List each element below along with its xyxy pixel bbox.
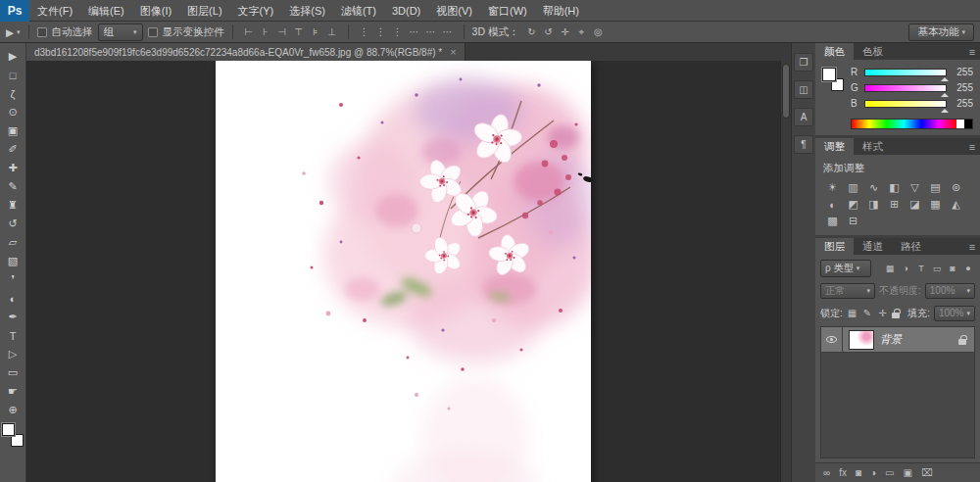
distribute-hcenter-icon[interactable]: ⋯ — [423, 24, 439, 40]
menu-window[interactable]: 窗口(W) — [480, 0, 535, 22]
current-tool-icon[interactable]: ▶ ▾ — [6, 26, 21, 38]
add-mask-icon[interactable]: ◙ — [856, 467, 861, 478]
lock-all-icon[interactable] — [892, 313, 900, 318]
dodge-tool[interactable]: ◐ — [2, 289, 24, 308]
tab-styles[interactable]: 样式 — [854, 138, 892, 155]
character-panel-icon[interactable]: A — [794, 108, 813, 126]
menu-select[interactable]: 选择(S) — [281, 0, 333, 22]
filter-type-icon[interactable]: T — [914, 262, 928, 275]
new-layer-icon[interactable]: ▣ — [903, 467, 911, 478]
align-bottom-icon[interactable]: ⊥ — [324, 24, 340, 40]
marquee-tool[interactable]: □ — [2, 66, 24, 84]
canvas-area[interactable] — [26, 61, 791, 482]
visibility-toggle[interactable] — [821, 327, 843, 352]
distribute-top-icon[interactable]: ⋮ — [357, 24, 372, 40]
invert-icon[interactable]: ◪ — [905, 196, 925, 213]
panel-menu-icon[interactable]: ≡ — [964, 43, 980, 60]
distribute-right-icon[interactable]: ⋯ — [440, 24, 456, 40]
crop-tool[interactable]: ▣ — [2, 121, 24, 140]
threshold-icon[interactable]: ◭ — [946, 196, 966, 213]
hue-saturation-icon[interactable]: ▤ — [925, 179, 946, 196]
eyedropper-tool[interactable]: ✐ — [2, 140, 24, 159]
vibrance-icon[interactable]: ▽ — [905, 179, 925, 196]
delete-layer-icon[interactable]: ⌧ — [921, 467, 933, 478]
blur-tool[interactable]: ❜ — [2, 270, 24, 289]
black-white-icon[interactable]: ◐ — [822, 196, 843, 213]
layer-style-fx-icon[interactable]: fx — [839, 467, 847, 478]
tab-color[interactable]: 颜色 — [815, 43, 854, 60]
channel-mixer-icon[interactable]: ◨ — [863, 196, 884, 213]
selective-color-icon[interactable]: ⊟ — [843, 213, 863, 229]
blend-mode-select[interactable]: 正常 ▾ — [820, 283, 875, 299]
fill-select[interactable]: 100% ▾ — [934, 306, 975, 321]
quick-selection-tool[interactable]: ⊙ — [2, 103, 24, 121]
menu-filter[interactable]: 滤镜(T) — [333, 0, 384, 22]
3d-scale-icon[interactable]: ◎ — [590, 24, 606, 40]
tab-swatches[interactable]: 色板 — [854, 43, 892, 60]
layer-name[interactable]: 背景 — [880, 332, 958, 347]
filter-smart-object-icon[interactable]: ◙ — [946, 262, 959, 275]
menu-3d[interactable]: 3D(D) — [384, 0, 428, 22]
history-brush-tool[interactable]: ↺ — [2, 215, 24, 233]
red-value[interactable]: 255 — [952, 67, 973, 77]
hand-tool[interactable]: ☛ — [2, 382, 24, 401]
align-top-icon[interactable]: ⊤ — [291, 24, 307, 40]
curves-icon[interactable]: ∿ — [863, 179, 884, 196]
properties-panel-icon[interactable]: ◫ — [794, 80, 813, 99]
align-hcenter-icon[interactable]: ⊦ — [258, 24, 273, 40]
brush-tool[interactable]: ✎ — [2, 177, 24, 196]
blue-slider[interactable] — [864, 100, 947, 108]
paragraph-panel-icon[interactable]: ¶ — [794, 135, 813, 154]
distribute-left-icon[interactable]: ⋯ — [407, 24, 422, 40]
levels-icon[interactable]: ▥ — [843, 179, 863, 196]
new-adjustment-layer-icon[interactable]: ◑ — [870, 467, 876, 478]
tab-layers[interactable]: 图层 — [815, 238, 854, 255]
lock-pixels-icon[interactable]: ✎ — [861, 306, 872, 321]
layer-filter-type-select[interactable]: ρ 类型 ▾ — [820, 260, 871, 277]
menu-layer[interactable]: 图层(L) — [179, 0, 229, 22]
menu-type[interactable]: 文字(Y) — [230, 0, 282, 22]
clone-stamp-tool[interactable]: ♜ — [2, 196, 24, 215]
green-slider[interactable] — [864, 84, 947, 92]
align-vcenter-icon[interactable]: ⊧ — [308, 24, 323, 40]
menu-edit[interactable]: 编辑(E) — [80, 0, 132, 22]
red-slider[interactable] — [864, 69, 947, 76]
distribute-bottom-icon[interactable]: ⋮ — [390, 24, 406, 40]
photo-filter-icon[interactable]: ◩ — [843, 196, 863, 213]
tab-paths[interactable]: 路径 — [892, 238, 930, 255]
pen-tool[interactable]: ✒ — [2, 308, 24, 326]
gradient-map-icon[interactable]: ▩ — [822, 213, 843, 229]
distribute-vcenter-icon[interactable]: ⋮ — [373, 24, 389, 40]
exposure-icon[interactable]: ◧ — [884, 179, 905, 196]
panel-menu-icon[interactable]: ≡ — [964, 238, 980, 255]
close-icon[interactable]: × — [450, 46, 456, 58]
color-lookup-icon[interactable]: ⊞ — [884, 196, 905, 213]
blue-value[interactable]: 255 — [952, 98, 973, 109]
foreground-color-swatch[interactable] — [822, 68, 836, 81]
gradient-tool[interactable]: ▧ — [2, 252, 24, 270]
tab-channels[interactable]: 通道 — [854, 238, 892, 255]
filter-adjustment-icon[interactable]: ◑ — [899, 262, 912, 275]
color-spectrum-ramp[interactable] — [851, 119, 973, 129]
vertical-scrollbar[interactable] — [780, 61, 791, 482]
filter-toggle-icon[interactable]: ● — [961, 262, 975, 275]
group-select[interactable]: 组 ▾ — [98, 24, 143, 41]
brightness-contrast-icon[interactable]: ☀ — [822, 179, 843, 196]
lock-transparency-icon[interactable]: ▦ — [847, 306, 858, 321]
document-canvas[interactable] — [216, 61, 591, 482]
type-tool[interactable]: T — [2, 326, 24, 345]
3d-roll-icon[interactable]: ↺ — [540, 24, 556, 40]
show-transform-checkbox[interactable] — [148, 27, 158, 37]
menu-file[interactable]: 文件(F) — [29, 0, 80, 22]
eraser-tool[interactable]: ▱ — [2, 233, 24, 252]
align-right-icon[interactable]: ⊣ — [274, 24, 290, 40]
filter-pixel-icon[interactable]: ▦ — [883, 262, 897, 275]
menu-view[interactable]: 视图(V) — [428, 0, 480, 22]
document-tab[interactable]: d3bd161208f5e909f19fc6e3d99d6526c72234a8… — [26, 43, 466, 61]
zoom-tool[interactable]: ⊕ — [2, 401, 24, 419]
opacity-select[interactable]: 100% ▾ — [925, 283, 975, 299]
foreground-color-swatch[interactable] — [2, 423, 15, 436]
align-left-icon[interactable]: ⊢ — [241, 24, 257, 40]
green-value[interactable]: 255 — [952, 82, 973, 93]
spectrum-gradient[interactable] — [852, 120, 956, 128]
